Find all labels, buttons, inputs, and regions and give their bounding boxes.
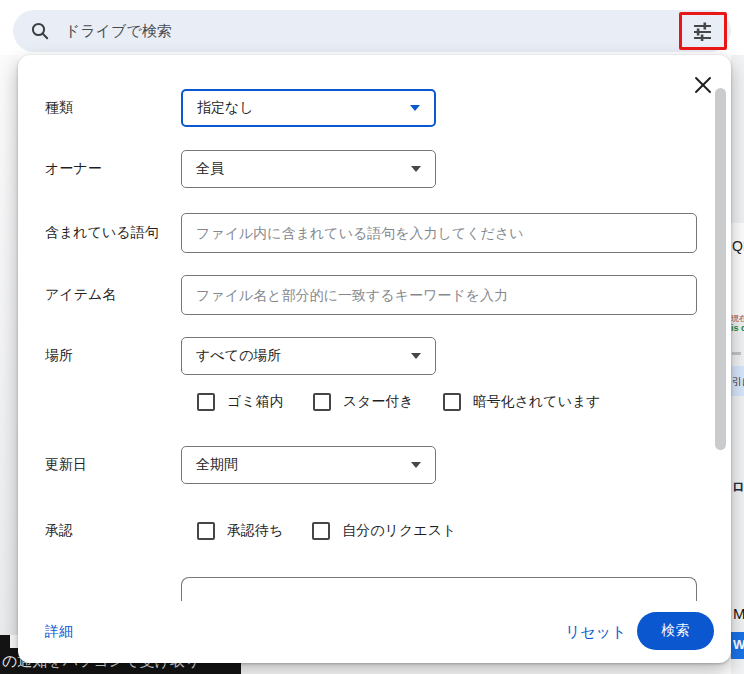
search-submit-button[interactable]: 検索 [637,612,714,650]
advanced-search-link[interactable]: 詳細 [45,623,73,641]
checkbox-trashed[interactable]: ゴミ箱内 [197,393,284,411]
tune-icon [694,21,713,41]
checkbox-icon[interactable] [197,393,215,411]
panel-scrollbar[interactable] [715,88,726,450]
field-label-item-name: アイテム名 [45,275,116,315]
location-select-value: すべての場所 [196,347,281,365]
location-select[interactable]: すべての場所 [181,337,436,375]
checkbox-icon[interactable] [443,393,461,411]
field-label-approvals: 承認 [45,522,73,540]
field-label-owner: オーナー [45,150,102,188]
background-fragment-bar [732,352,741,355]
words-input[interactable] [181,213,697,253]
chevron-down-icon [411,462,421,468]
location-checkbox-row: ゴミ箱内 スター付き 暗号化されています [197,393,630,411]
checkbox-label: 暗号化されています [473,393,601,411]
checkbox-starred[interactable]: スター付き [313,393,414,411]
clipped-next-field-input[interactable] [181,577,697,601]
chevron-down-icon [411,166,421,172]
background-fragment-chip: 引に [731,366,744,396]
checkbox-label: 承認待ち [227,522,283,540]
field-label-location: 場所 [45,337,73,375]
backdrop-left-strip [0,55,18,635]
checkbox-icon[interactable] [313,393,331,411]
search-placeholder: ドライブで検索 [65,22,172,41]
modified-select-value: 全期間 [196,456,238,474]
field-label-kind: 種類 [45,89,73,127]
checkbox-awaiting-approval[interactable]: 承認待ち [197,522,283,540]
checkbox-label: ゴミ箱内 [227,393,284,411]
checkbox-icon[interactable] [312,522,330,540]
reset-link[interactable]: リセット [565,623,626,642]
close-icon [694,76,712,94]
modified-select[interactable]: 全期間 [181,446,436,484]
background-fragment-text: is q [731,323,744,333]
checkbox-label: 自分のリクエスト [342,522,456,540]
kind-select-value: 指定なし [197,99,254,117]
item-name-input[interactable] [181,275,697,315]
checkbox-my-requests[interactable]: 自分のリクエスト [312,522,456,540]
close-button[interactable] [692,74,713,95]
field-label-modified: 更新日 [45,446,87,484]
background-fragment-word-badge: W [731,632,744,659]
owner-select[interactable]: 全員 [181,150,436,188]
chevron-down-icon [411,353,421,359]
drive-search-filters-screen: { "colors": { "accent_blue": "#0b57d0", … [0,0,744,674]
search-icon [30,21,50,41]
field-label-words: 含まれている語句 [45,213,159,253]
advanced-search-panel: 種類 指定なし オーナー 全員 含まれている語句 アイテム名 場所 すべての場所… [18,55,731,663]
checkbox-label: スター付き [343,393,414,411]
backdrop-right-strip: QP 現在 is q 引に ロ、 M W [731,55,744,674]
checkbox-encrypted[interactable]: 暗号化されています [443,393,601,411]
background-white-band [731,223,744,315]
background-fragment-text: M [733,605,744,622]
checkbox-icon[interactable] [197,522,215,540]
owner-select-value: 全員 [196,160,224,178]
background-fragment-text: ロ、 [732,479,744,494]
kind-select[interactable]: 指定なし [181,89,436,127]
drive-search-input[interactable]: ドライブで検索 [13,10,731,52]
search-filters-button[interactable] [686,18,720,44]
approvals-checkbox-row: 承認待ち 自分のリクエスト [197,522,485,540]
chevron-down-icon [410,105,420,111]
background-fragment-text: QP [732,238,744,254]
